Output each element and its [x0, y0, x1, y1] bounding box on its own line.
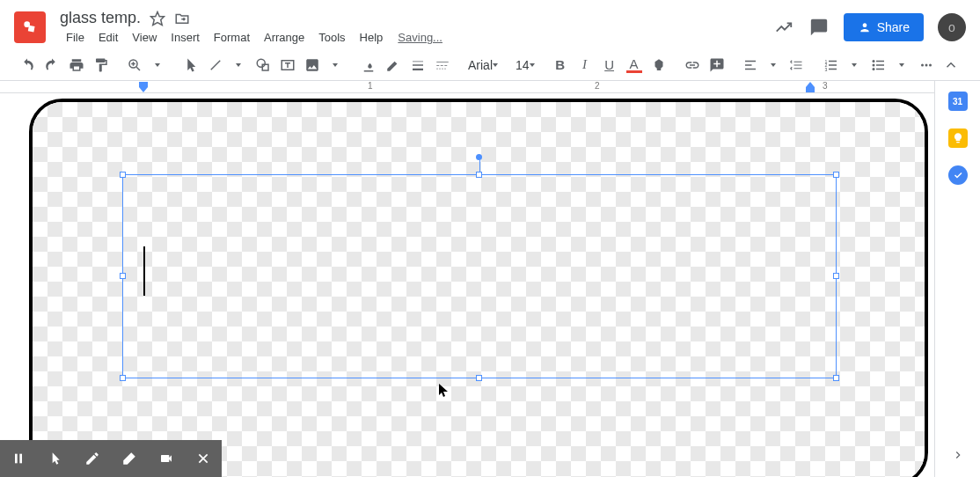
tasks-app-icon[interactable]: [948, 165, 968, 185]
comments-icon[interactable]: [808, 17, 830, 38]
paint-format-button[interactable]: [90, 54, 113, 77]
resize-handle-bl[interactable]: [120, 375, 126, 381]
resize-handle-mr[interactable]: [833, 273, 839, 279]
svg-rect-1: [28, 26, 35, 33]
menu-edit[interactable]: Edit: [92, 29, 124, 46]
image-tool[interactable]: [301, 54, 324, 77]
move-folder-icon[interactable]: [174, 11, 190, 26]
ruler-marker-left[interactable]: [139, 82, 148, 94]
svg-rect-9: [262, 64, 268, 70]
numbered-list-dropdown[interactable]: [843, 54, 866, 77]
video-button[interactable]: [148, 440, 185, 477]
insert-link-button[interactable]: [681, 54, 704, 77]
share-button[interactable]: Share: [844, 13, 924, 41]
shape-tool[interactable]: [252, 54, 274, 77]
underline-button[interactable]: U: [598, 54, 621, 77]
share-label: Share: [877, 20, 910, 34]
collapse-toolbar-button[interactable]: [940, 54, 962, 77]
bulleted-list-button[interactable]: [867, 54, 890, 77]
image-dropdown[interactable]: [324, 54, 347, 77]
pause-button[interactable]: [0, 440, 37, 477]
zoom-button[interactable]: [123, 54, 146, 77]
side-panel: 31: [934, 81, 980, 477]
line-tool[interactable]: [204, 54, 227, 77]
align-dropdown[interactable]: [762, 54, 785, 77]
menu-tools[interactable]: Tools: [312, 29, 351, 46]
canvas-area[interactable]: 1 2 3: [0, 81, 934, 477]
side-panel-expand-icon[interactable]: [952, 449, 964, 465]
app-logo[interactable]: [14, 11, 46, 43]
border-color-button[interactable]: [382, 54, 405, 77]
resize-handle-br[interactable]: [833, 375, 839, 381]
textbox-tool[interactable]: [276, 54, 299, 77]
svg-line-7: [211, 60, 221, 70]
menu-help[interactable]: Help: [354, 29, 390, 46]
menu-view[interactable]: View: [126, 29, 163, 46]
menu-bar: File Edit View Insert Format Arrange Too…: [60, 29, 773, 46]
ruler-marker-right[interactable]: [806, 82, 815, 94]
border-weight-button[interactable]: [406, 54, 429, 77]
activity-icon[interactable]: [773, 17, 794, 38]
undo-button[interactable]: [16, 54, 39, 77]
svg-point-35: [872, 63, 874, 66]
line-spacing-button[interactable]: [786, 54, 809, 77]
italic-button[interactable]: I: [574, 54, 596, 77]
svg-rect-13: [413, 61, 423, 62]
more-button[interactable]: [915, 54, 938, 77]
resize-handle-tm[interactable]: [476, 172, 482, 178]
svg-rect-34: [876, 60, 884, 62]
align-button[interactable]: [739, 54, 762, 77]
font-family-select[interactable]: Arial: [464, 56, 501, 74]
print-button[interactable]: [65, 54, 88, 77]
resize-handle-ml[interactable]: [120, 273, 126, 279]
svg-marker-42: [139, 82, 148, 92]
redo-button[interactable]: [40, 54, 63, 77]
menu-format[interactable]: Format: [208, 29, 256, 46]
rotate-handle[interactable]: [476, 154, 482, 160]
resize-handle-tr[interactable]: [833, 172, 839, 178]
eraser-button[interactable]: [111, 440, 148, 477]
insert-comment-button[interactable]: [706, 54, 728, 77]
resize-handle-tl[interactable]: [120, 172, 126, 178]
svg-point-40: [925, 63, 927, 66]
pen-button[interactable]: [74, 440, 111, 477]
save-status[interactable]: Saving...: [398, 31, 442, 44]
svg-point-33: [872, 60, 874, 62]
bulleted-list-dropdown[interactable]: [890, 54, 913, 77]
slide-frame[interactable]: [29, 99, 928, 477]
border-dash-button[interactable]: [431, 54, 454, 77]
menu-arrange[interactable]: Arrange: [258, 29, 311, 46]
close-recorder-button[interactable]: [185, 440, 222, 477]
svg-rect-23: [444, 68, 446, 69]
fill-color-button[interactable]: [357, 54, 380, 77]
pointer-button[interactable]: [37, 440, 74, 477]
star-icon[interactable]: [150, 11, 165, 26]
menu-file[interactable]: File: [60, 29, 91, 46]
toolbar: Arial 14 B I U A 123: [0, 49, 980, 81]
svg-rect-20: [436, 68, 438, 69]
svg-rect-18: [441, 65, 443, 66]
document-title[interactable]: glass temp.: [60, 9, 141, 27]
svg-point-37: [872, 68, 874, 70]
ruler-tick: 3: [823, 81, 828, 91]
avatar[interactable]: o: [938, 13, 966, 41]
svg-rect-17: [436, 65, 439, 66]
calendar-app-icon[interactable]: 31: [948, 92, 968, 111]
font-size-select[interactable]: 14: [512, 56, 538, 74]
svg-rect-25: [745, 64, 752, 66]
text-box-selected[interactable]: [122, 174, 837, 378]
menu-insert[interactable]: Insert: [165, 29, 206, 46]
svg-rect-21: [439, 68, 441, 69]
bold-button[interactable]: B: [549, 54, 572, 77]
select-tool[interactable]: [179, 54, 202, 77]
keep-app-icon[interactable]: [948, 128, 968, 148]
numbered-list-button[interactable]: 123: [820, 54, 843, 77]
resize-handle-bm[interactable]: [476, 375, 482, 381]
horizontal-ruler[interactable]: 1 2 3: [0, 81, 934, 93]
highlight-button[interactable]: [647, 54, 670, 77]
line-dropdown[interactable]: [227, 54, 250, 77]
zoom-dropdown[interactable]: [146, 54, 169, 77]
text-color-button[interactable]: A: [623, 54, 646, 77]
svg-rect-24: [745, 60, 756, 62]
svg-point-41: [929, 63, 932, 66]
